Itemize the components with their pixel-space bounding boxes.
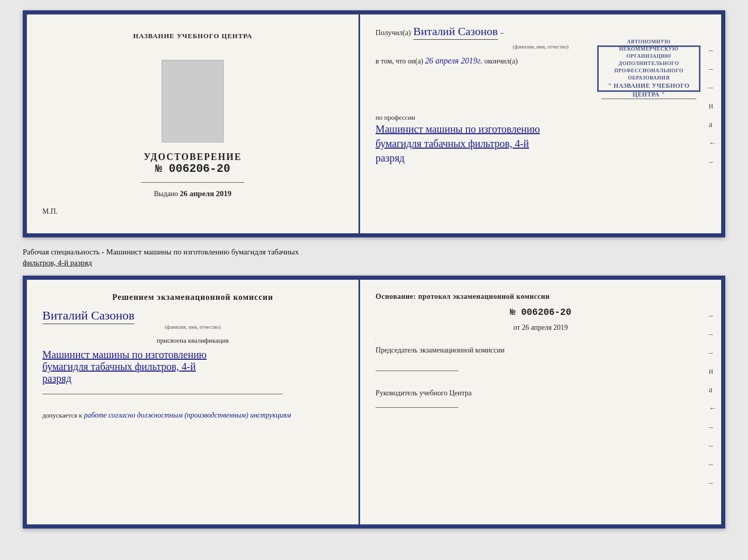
qual-line3: разряд xyxy=(42,373,343,385)
bottom-certificate: Решением экзаменационной комиссии Витали… xyxy=(23,276,725,529)
chairman-text: Председатель экзаменационной комиссии xyxy=(376,346,505,354)
profession-line3: разряд xyxy=(376,151,706,165)
protocol-date-prefix: от xyxy=(513,324,520,331)
chairman-label: Председатель экзаменационной комиссии xyxy=(376,345,706,356)
bottom-left-panel: Решением экзаменационной комиссии Витали… xyxy=(27,280,360,524)
head-block: Руководитель учебного Центра xyxy=(376,388,706,408)
separator-text: Рабочая специальность - Машинист машины … xyxy=(23,243,725,270)
head-text: Руководитель учебного Центра xyxy=(376,389,472,397)
cert-right-panel: Получил(а) Виталий Сазонов – (фамилия, и… xyxy=(360,14,721,233)
qual-line2: бумагидля табачных фильтров, 4-й xyxy=(42,361,343,373)
head-label: Руководитель учебного Центра xyxy=(376,388,706,398)
assigned-label: присвоена квалификация xyxy=(42,337,343,345)
protocol-date: 26 апреля 2019 xyxy=(522,324,568,331)
cert-number: № 006206-20 xyxy=(144,163,242,175)
recipient-name: Виталий Сазонов xyxy=(413,25,497,40)
org-line2: ДОПОЛНИТЕЛЬНОГО ПРОФЕССИОНАЛЬНОГО ОБРАЗО… xyxy=(601,60,696,82)
received-label: Получил(а) xyxy=(376,29,411,37)
qualification-block: Машинист машины по изготовлению бумагидл… xyxy=(42,349,343,385)
chairman-signature-line xyxy=(376,362,458,371)
right-dashes: – – – и а ← – xyxy=(709,45,717,166)
stamp: АВТОНОМНУЮ НЕКОММЕРЧЕСКУЮ ОРГАНИЗАЦИЮ ДО… xyxy=(597,45,700,92)
profession-block: по профессии Машинист машины по изготовл… xyxy=(376,108,706,165)
separator-line1: Рабочая специальность - Машинист машины … xyxy=(23,248,299,256)
completed-label: окончил(а) xyxy=(484,57,518,65)
profession-label: по профессии xyxy=(376,114,706,122)
qual-line1: Машинист машины по изготовлению xyxy=(42,349,343,361)
org-line1: АВТОНОМНУЮ НЕКОММЕРЧЕСКУЮ ОРГАНИЗАЦИЮ xyxy=(601,38,696,60)
person-sublabel: (фамилия, имя, отчество) xyxy=(42,324,343,330)
protocol-number: № 006206-20 xyxy=(376,307,706,317)
recipient-line: Получил(а) Виталий Сазонов – xyxy=(376,25,706,40)
issued-label: Выдано xyxy=(154,190,178,198)
cert-left-panel: НАЗВАНИЕ УЧЕБНОГО ЦЕНТРА УДОСТОВЕРЕНИЕ №… xyxy=(27,14,360,233)
mp-label: М.П. xyxy=(42,207,58,216)
allowed-value: работе согласно должностным (производств… xyxy=(84,411,291,419)
training-center-title: НАЗВАНИЕ УЧЕБНОГО ЦЕНТРА xyxy=(133,32,253,40)
protocol-date-line: от 26 апреля 2019 xyxy=(376,324,706,332)
commission-title: Решением экзаменационной комиссии xyxy=(42,293,343,302)
issued-date: 26 апреля 2019 xyxy=(180,189,231,198)
allowed-label: допускается к xyxy=(42,411,82,419)
basis-label: Основание: протокол экзаменационной коми… xyxy=(376,293,706,301)
bottom-right-panel: Основание: протокол экзаменационной коми… xyxy=(360,280,721,524)
allowed-line: допускается к работе согласно должностны… xyxy=(42,411,343,420)
cert-label: УДОСТОВЕРЕНИЕ xyxy=(144,152,242,163)
profession-line1: Машинист машины по изготовлению xyxy=(376,122,706,136)
separator-line2: фильтров, 4-й разряд xyxy=(23,259,92,267)
person-block: Виталий Сазонов (фамилия, имя, отчество) xyxy=(42,309,343,330)
stamp-line1: АВТОНОМНУЮ НЕКОММЕРЧЕСКУЮ ОРГАНИЗАЦИЮ ДО… xyxy=(601,38,696,100)
top-certificate: НАЗВАНИЕ УЧЕБНОГО ЦЕНТРА УДОСТОВЕРЕНИЕ №… xyxy=(23,10,725,237)
issued-line: Выдано 26 апреля 2019 xyxy=(154,189,231,198)
person-name: Виталий Сазонов xyxy=(42,309,134,324)
profession-line2: бумагидля табачных фильтров, 4-й xyxy=(376,136,706,151)
photo-placeholder xyxy=(162,60,224,142)
head-signature-line xyxy=(376,398,458,408)
completed-date: 26 апреля 2019г. xyxy=(425,56,482,65)
cert-label-block: УДОСТОВЕРЕНИЕ № 006206-20 xyxy=(144,152,242,175)
vtom-label: в том, что он(а) xyxy=(376,57,423,65)
org-name: " НАЗВАНИЕ УЧЕБНОГО ЦЕНТРА " xyxy=(601,82,696,100)
bottom-right-dashes: – – – и а ← – – – – xyxy=(709,311,717,487)
